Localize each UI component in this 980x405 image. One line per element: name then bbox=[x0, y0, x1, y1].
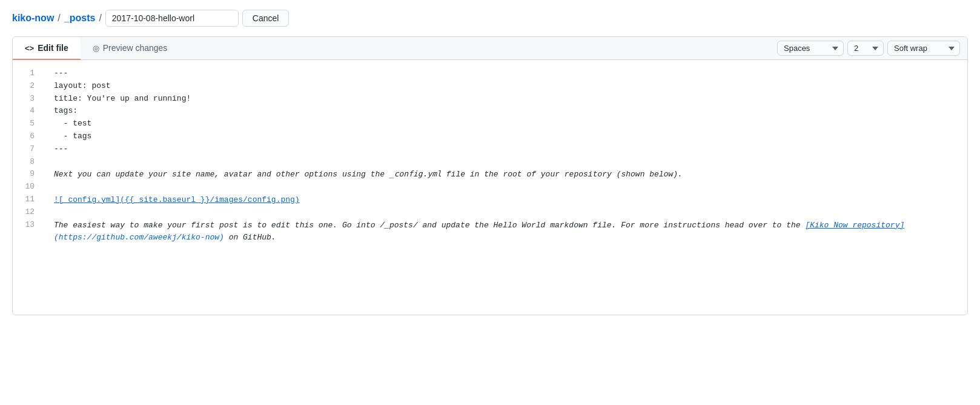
tab-edit-file[interactable]: <> Edit file bbox=[13, 37, 81, 60]
separator-2: / bbox=[99, 13, 101, 24]
line-number: 8 bbox=[22, 156, 35, 169]
edit-file-icon: <> bbox=[25, 44, 34, 53]
tab-preview-changes[interactable]: ◎ Preview changes bbox=[81, 37, 180, 60]
owner-link[interactable]: kiko-now bbox=[12, 13, 54, 24]
separator-1: / bbox=[58, 13, 60, 24]
tab-preview-label: Preview changes bbox=[103, 43, 168, 53]
editor-tabs-bar: <> Edit file ◎ Preview changes Spaces Ta… bbox=[13, 37, 967, 60]
code-line: ![_config.yml]({{ site.baseurl }}/images… bbox=[54, 194, 958, 207]
line-number: 7 bbox=[22, 143, 35, 156]
line-number: 9 bbox=[22, 168, 35, 181]
code-line: tags: bbox=[54, 105, 958, 118]
line-number: 12 bbox=[22, 206, 35, 219]
indent-type-select[interactable]: Spaces Tabs bbox=[777, 41, 844, 56]
tab-edit-label: Edit file bbox=[38, 43, 68, 53]
line-numbers: 12345678910111213 bbox=[13, 67, 44, 307]
code-line: --- bbox=[54, 67, 958, 80]
code-line: - tags bbox=[54, 130, 958, 143]
editor-controls: Spaces Tabs 2 4 8 Soft wrap No wrap bbox=[777, 41, 967, 56]
line-number: 6 bbox=[22, 130, 35, 143]
line-number: 4 bbox=[22, 105, 35, 118]
line-number: 2 bbox=[22, 80, 35, 93]
code-line bbox=[54, 207, 958, 219]
code-line bbox=[54, 181, 958, 194]
code-line: title: You're up and running! bbox=[54, 93, 958, 105]
code-line: The easiest way to make your first post … bbox=[54, 219, 958, 245]
line-number: 3 bbox=[22, 93, 35, 105]
line-number: 1 bbox=[22, 67, 35, 80]
code-line: Next you can update your site name, avat… bbox=[54, 168, 958, 181]
line-number: 5 bbox=[22, 118, 35, 130]
filename-input[interactable] bbox=[105, 10, 239, 27]
repo-link[interactable]: _posts bbox=[64, 13, 96, 24]
editor-container: <> Edit file ◎ Preview changes Spaces Ta… bbox=[12, 36, 968, 315]
breadcrumb-bar: kiko-now / _posts / Cancel bbox=[0, 0, 980, 36]
preview-icon: ◎ bbox=[93, 44, 99, 53]
cancel-button[interactable]: Cancel bbox=[242, 10, 290, 27]
code-line: --- bbox=[54, 143, 958, 156]
line-number: 13 bbox=[22, 219, 35, 232]
code-line: layout: post bbox=[54, 80, 958, 93]
indent-size-select[interactable]: 2 4 8 bbox=[847, 41, 884, 56]
code-line: - test bbox=[54, 118, 958, 130]
wrap-mode-select[interactable]: Soft wrap No wrap bbox=[887, 41, 960, 56]
code-line bbox=[54, 156, 958, 169]
code-editor[interactable]: 12345678910111213 ---layout: posttitle: … bbox=[13, 60, 967, 315]
code-content[interactable]: ---layout: posttitle: You're up and runn… bbox=[44, 67, 967, 307]
line-number: 10 bbox=[22, 181, 35, 193]
line-number: 11 bbox=[22, 193, 35, 206]
